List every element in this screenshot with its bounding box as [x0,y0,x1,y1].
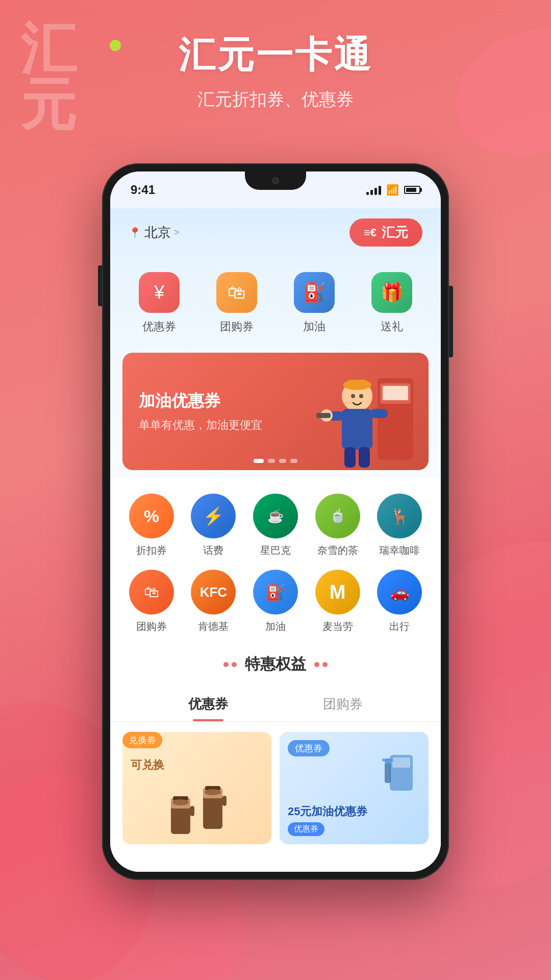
phone-icon: ⚡ [203,506,224,526]
group-coupon-circle: 🛍 [129,570,174,615]
section-title: 特惠权益 [245,654,306,675]
gas-icon: ⛽ [266,583,285,601]
svg-rect-33 [382,758,393,762]
luckin-circle: 🦌 [377,494,422,538]
card-fuel[interactable]: 优惠券 25元加油优惠券 优惠券 [280,732,429,844]
banner-pagination [254,459,297,463]
location-selector[interactable]: 📍 北京 > [129,224,180,241]
discount-circle: % [129,494,174,538]
signal-icon [366,185,381,195]
section-dots-right [314,662,328,667]
phone-circle: ⚡ [191,494,236,538]
tab-youhuiquan[interactable]: 优惠券 [141,687,276,721]
banner-text: 加油优惠券 单单有优惠，加油更便宜 [139,390,262,433]
phone-screen: 9:41 📶 [110,172,441,872]
group-icon-wrap: 🛍 [216,272,257,313]
svg-rect-16 [359,447,370,468]
card-exchange-badge: 兑换券 [122,732,162,748]
card-fuel-badge: 优惠券 [288,740,330,756]
luckin-icon: 🦌 [390,507,409,525]
app-header-bar: 📍 北京 > ≡€ 汇元 [110,208,441,257]
naxue-label: 奈雪的茶 [317,544,358,557]
coffee-cup-1 [167,788,195,839]
quick-item-coupon[interactable]: ¥ 优惠券 [139,272,180,334]
app-content: 📍 北京 > ≡€ 汇元 ¥ 优惠券 [110,208,441,872]
category-luckin[interactable]: 🦌 瑞幸咖啡 [368,494,431,557]
phone-label: 话费 [203,544,223,557]
category-travel[interactable]: 🚗 出行 [368,570,431,633]
category-naxue[interactable]: 🍵 奈雪的茶 [307,494,369,557]
starbucks-icon: ☕ [267,508,284,524]
app-title: 汇元一卡通 [0,31,551,80]
banner-dot-2 [268,459,275,463]
front-camera [272,177,279,184]
gift-label: 送礼 [381,319,403,334]
coffee-cup-2 [199,783,227,839]
notch [245,172,306,190]
brand-badge[interactable]: ≡€ 汇元 [349,218,422,247]
starbucks-circle: ☕ [253,494,298,538]
card-fuel-content: 25元加油优惠券 优惠券 [288,804,420,836]
category-gas[interactable]: ⛽ 加油 [244,570,307,633]
svg-rect-6 [383,386,408,400]
svg-rect-31 [385,763,391,783]
promotional-banner[interactable]: 加油优惠券 单单有优惠，加油更便宜 [122,353,429,470]
svg-rect-9 [347,380,367,388]
group-label: 团购券 [220,319,254,334]
naxue-circle: 🍵 [315,494,360,538]
kfc-label: 肯德基 [198,620,229,633]
card-fuel-text: 25元加油优惠券 [288,804,420,819]
fuel-illustration [380,752,420,800]
category-discount[interactable]: % 折扣券 [120,494,183,557]
gift-icon-wrap: 🎁 [371,272,412,313]
fuel-icon-wrap: ⛽ [294,272,335,313]
quick-item-group[interactable]: 🛍 团购券 [216,272,257,334]
category-kfc[interactable]: KFC 肯德基 [183,570,245,633]
phone-mockup: 9:41 📶 [102,163,449,880]
quick-item-gift[interactable]: 🎁 送礼 [371,272,412,334]
banner-dot-4 [290,459,297,463]
banner-dot-3 [279,459,286,463]
svg-rect-12 [370,409,388,418]
gift-icon: 🎁 [381,282,404,303]
kfc-icon: KFC [200,584,227,600]
kfc-circle: KFC [191,570,236,615]
svg-rect-10 [342,409,372,450]
travel-circle: 🚗 [377,570,422,615]
gas-circle: ⛽ [253,570,298,615]
category-mcdonalds[interactable]: M 麦当劳 [307,570,369,633]
card-coffee[interactable]: 兑换券 可兑换 [122,732,271,844]
card-grid: 兑换券 可兑换 [110,722,441,854]
travel-label: 出行 [389,620,410,633]
brand-icon: ≡€ [364,226,377,239]
travel-icon: 🚗 [390,583,409,601]
status-time: 9:41 [131,183,155,197]
phone-frame: 9:41 📶 [102,163,449,880]
app-subtitle: 汇元折扣券、优惠券 [0,88,551,111]
quick-item-fuel[interactable]: ⛽ 加油 [294,272,335,334]
fuel-label: 加油 [303,319,325,334]
svg-point-27 [205,789,221,795]
tab-tuangou[interactable]: 团购券 [276,687,410,721]
svg-rect-30 [392,757,410,768]
svg-rect-14 [316,413,331,418]
mcdonalds-circle: M [315,570,360,615]
status-bar: 9:41 📶 [110,172,441,208]
naxue-icon: 🍵 [330,508,346,524]
category-grid: % 折扣券 ⚡ 话费 ☕ 星巴克 [110,478,441,639]
banner-subtitle: 单单有优惠，加油更便宜 [139,418,262,433]
quick-menu: ¥ 优惠券 🛍 团购券 ⛽ 加油 [110,257,441,345]
group-coupon-icon: 🛍 [144,583,159,601]
status-icons: 📶 [366,184,420,196]
category-phone[interactable]: ⚡ 话费 [183,494,245,557]
mcdonalds-label: 麦当劳 [322,620,353,633]
mcdonalds-icon: M [330,581,346,603]
group-coupon-label: 团购券 [136,620,167,633]
svg-point-18 [359,394,363,398]
location-name: 北京 [144,224,171,241]
discount-icon: % [144,506,159,526]
category-group-coupon[interactable]: 🛍 团购券 [120,570,183,633]
category-starbucks[interactable]: ☕ 星巴克 [244,494,307,557]
app-header: 汇元一卡通 汇元折扣券、优惠券 [0,31,551,111]
luckin-label: 瑞幸咖啡 [379,544,420,557]
